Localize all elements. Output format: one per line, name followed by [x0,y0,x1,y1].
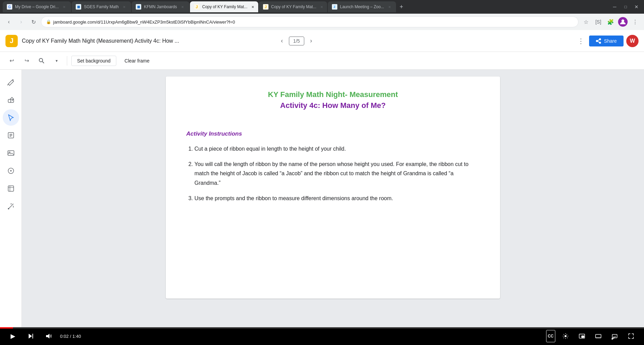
window-maximize-button[interactable]: □ [621,2,630,12]
svg-point-13 [10,170,12,171]
tab-close-icon[interactable]: ✕ [121,4,127,10]
window-minimize-button[interactable]: ─ [610,2,619,12]
cast-button[interactable] [609,330,621,342]
svg-rect-14 [8,186,14,191]
jamboard-logo: J [5,35,18,47]
tab-label: Copy of KY Family Mat... [202,4,248,9]
activity-instructions-label: Activity Instructions [186,130,480,137]
tool-sidebar [0,70,22,327]
cc-button[interactable]: CC [546,330,555,342]
slide-counter-box: 1/5 [289,37,304,45]
profile-avatar[interactable] [618,17,628,27]
slide-navigation: ‹ 1/5 › [277,36,317,46]
share-icon [596,38,601,44]
zoom-icon [39,58,45,64]
pen-tool[interactable] [3,74,19,90]
time-display: 0:02 / 1:40 [60,334,81,339]
tab-close-icon[interactable]: ✕ [61,4,67,10]
set-background-button[interactable]: Set background [71,56,116,66]
tab-close-icon[interactable]: ✕ [319,4,324,10]
svg-rect-19 [32,334,33,339]
zoom-dropdown-button[interactable]: ▾ [50,55,63,67]
tab-label: Copy of KY Family Mat... [271,4,317,9]
eraser-tool[interactable] [3,92,19,108]
zoom-button[interactable] [35,55,48,67]
tab-copy-ky-2[interactable]: J Copy of KY Family Mat... ✕ [259,1,327,12]
svg-point-1 [39,58,43,62]
forward-button[interactable]: › [16,17,26,27]
pip-button[interactable] [576,330,588,342]
select-tool[interactable] [3,109,19,126]
svg-rect-23 [582,336,584,337]
bookmark-icon[interactable]: ☆ [581,17,591,27]
tab-bar: G My Drive – Google Dri... ✕ ▦ SGES Fami… [0,0,644,14]
svg-point-0 [621,19,624,22]
circle-tool[interactable] [3,163,19,179]
next-slide-button[interactable]: › [306,36,317,46]
svg-marker-20 [46,334,49,339]
tab-copy-ky-active[interactable]: J Copy of KY Family Mat... ✕ [190,1,258,12]
slide-title-line1: KY Family Math Night- Measurement [186,90,480,99]
progress-bar-container[interactable] [0,327,644,329]
tab-close-icon[interactable]: ✕ [180,4,185,10]
svg-point-17 [8,208,9,209]
undo-button[interactable]: ↩ [5,55,18,67]
jam-slide: KY Family Math Night- Measurement Activi… [166,77,500,299]
theater-button[interactable] [592,330,604,342]
tab-close-icon[interactable]: ✕ [250,4,255,10]
share-button[interactable]: Share [589,36,624,46]
volume-button[interactable] [42,330,55,342]
new-tab-button[interactable]: + [397,2,406,12]
video-controls-bar: ▶ 0:02 / 1:40 CC [0,327,644,345]
back-button[interactable]: ‹ [4,17,14,27]
jamboard-topbar: J Copy of KY Family Math Night (Measurem… [0,30,644,52]
fullscreen-button[interactable] [625,330,637,342]
tab-label: My Drive – Google Dri... [15,4,59,9]
reload-button[interactable]: ↻ [29,17,38,27]
prev-slide-button[interactable]: ‹ [277,36,288,46]
extensions-puzzle-icon[interactable]: 🧩 [606,17,615,27]
tab-favicon: ▦ [76,4,81,10]
sticky-note-tool[interactable] [3,127,19,143]
more-options-button[interactable]: ⋮ [575,36,586,46]
skip-next-button[interactable] [25,330,37,342]
image-tool[interactable] [3,145,19,161]
tab-kfmn[interactable]: ▦ KFMN Jamboards ✕ [132,1,189,12]
user-avatar[interactable]: W [626,35,639,47]
tab-favicon: ▦ [136,4,141,10]
address-bar: ‹ › ↻ 🔒 jamboard.google.com/d/11UrxpAm6g… [0,14,644,30]
window-close-button[interactable]: ✕ [632,2,641,12]
extensions-icon[interactable]: [S] [594,17,603,27]
tab-favicon: G [7,4,12,10]
svg-rect-26 [612,334,617,338]
instructions-list: Cut a piece of ribbon equal in length to… [186,144,480,203]
more-options-icon[interactable]: ⋮ [630,17,640,27]
progress-bar-fill [0,327,13,329]
url-text: jamboard.google.com/d/11UrxpAm6gBbw9_nW4… [53,19,573,25]
settings-button[interactable] [559,330,572,342]
svg-point-21 [565,335,567,337]
clear-frame-button[interactable]: Clear frame [119,56,155,66]
browser-chrome: G My Drive – Google Dri... ✕ ▦ SGES Fami… [0,0,644,30]
tab-close-icon[interactable]: ✕ [387,4,392,10]
drawing-toolbar: ↩ ↪ ▾ Set background Clear frame [0,52,644,70]
play-button[interactable]: ▶ [7,330,19,342]
tab-favicon: Z [332,4,337,10]
svg-line-3 [8,84,8,85]
tab-label: SGES Family Math [84,4,119,9]
svg-marker-18 [29,334,32,339]
laser-tool[interactable] [3,198,19,215]
tab-favicon: J [263,4,268,10]
tab-zoom[interactable]: Z Launch Meeting – Zoo... ✕ [328,1,396,12]
slide-title-line2: Activity 4c: How Many of Me? [186,101,480,110]
svg-point-27 [612,339,613,340]
jam-frame: KY Family Math Night- Measurement Activi… [22,70,644,327]
svg-rect-10 [8,151,14,155]
redo-button[interactable]: ↪ [20,55,33,67]
svg-rect-24 [596,334,601,338]
textbox-tool[interactable] [3,180,19,197]
tab-my-drive[interactable]: G My Drive – Google Dri... ✕ [3,1,71,12]
lock-icon: 🔒 [46,19,51,24]
url-bar[interactable]: 🔒 jamboard.google.com/d/11UrxpAm6gBbw9_n… [41,16,579,27]
tab-sges[interactable]: ▦ SGES Family Math ✕ [72,1,131,12]
